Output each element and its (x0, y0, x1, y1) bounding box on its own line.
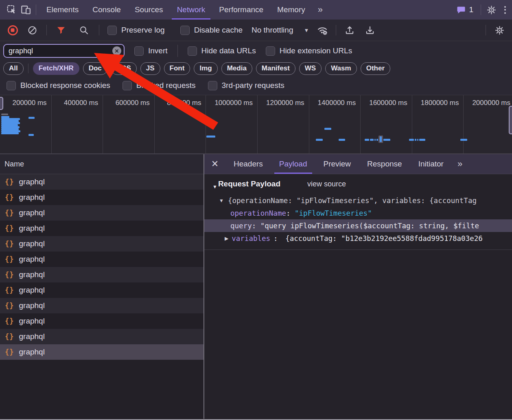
chip-all[interactable]: All (3, 62, 24, 75)
settings-button[interactable] (484, 3, 498, 17)
search-button[interactable] (77, 23, 91, 37)
details-tab-preview[interactable]: Preview (315, 154, 359, 174)
details-tab-initiator[interactable]: Initiator (410, 154, 452, 174)
name-column-header[interactable]: Name (0, 154, 203, 174)
chip-manifest[interactable]: Manifest (256, 62, 295, 75)
json-braces-icon: {} (5, 178, 14, 186)
request-timing-bar (365, 139, 369, 141)
record-network-log-button[interactable] (6, 23, 20, 37)
request-row[interactable]: {}graphql (0, 267, 203, 282)
details-tab-headers[interactable]: Headers (225, 154, 271, 174)
network-filter-row: ✕ Invert Hide data URLs Hide extension U… (0, 41, 512, 61)
details-tab-response[interactable]: Response (359, 154, 410, 174)
import-har-button[interactable] (343, 23, 357, 37)
more-detail-tabs-button[interactable]: » (452, 154, 467, 174)
chip-ws[interactable]: WS (299, 62, 322, 75)
inspect-element-button[interactable] (5, 3, 19, 17)
request-row[interactable]: {}graphql (0, 190, 203, 205)
hide-extension-urls-toggle[interactable]: Hide extension URLs (266, 46, 352, 56)
preserve-log-toggle[interactable]: Preserve log (107, 26, 165, 35)
chip-css[interactable]: CSS (111, 62, 137, 75)
collapse-triangle-icon[interactable]: ▼ (212, 184, 217, 190)
payload-root-node[interactable]: ▼ {operationName: "ipFlowTimeseries", va… (204, 194, 512, 207)
request-row[interactable]: {}graphql (0, 221, 203, 236)
chevron-down-icon: ▼ (304, 27, 309, 33)
request-name: graphql (19, 177, 44, 186)
blocked-requests-toggle[interactable]: Blocked requests (123, 81, 196, 90)
json-braces-icon: {} (5, 271, 14, 279)
issues-button[interactable]: 1 (452, 0, 477, 20)
blocked-response-cookies-toggle[interactable]: Blocked response cookies (7, 81, 110, 90)
request-row[interactable]: {}graphql (0, 236, 203, 252)
filter-input[interactable] (3, 44, 125, 58)
request-timing-bar (324, 128, 331, 130)
separator (481, 4, 481, 15)
tab-memory[interactable]: Memory (270, 0, 312, 20)
details-tab-payload[interactable]: Payload (271, 154, 315, 174)
preserve-log-checkbox (107, 26, 117, 35)
payload-property-query[interactable]: query: "query ipFlowTimeseries($accountT… (204, 219, 512, 232)
device-toolbar-button[interactable] (19, 3, 33, 17)
tab-performance[interactable]: Performance (212, 0, 270, 20)
request-list: {}graphql{}graphql{}graphql{}graphql{}gr… (0, 174, 203, 360)
timeline-tick: 1400000 ms (309, 95, 361, 153)
chip-img[interactable]: Img (194, 62, 217, 75)
request-row[interactable]: {}graphql (0, 252, 203, 267)
tab-console[interactable]: Console (85, 0, 128, 20)
chip-other[interactable]: Other (361, 62, 390, 75)
tab-sources[interactable]: Sources (128, 0, 170, 20)
blocked-response-cookies-checkbox[interactable] (7, 81, 16, 90)
request-row[interactable]: {}graphql (0, 174, 203, 190)
chip-font[interactable]: Font (164, 62, 190, 75)
invert-filter-toggle[interactable]: Invert (134, 46, 168, 56)
clear-filter-icon[interactable]: ✕ (112, 46, 121, 55)
request-row[interactable]: {}graphql (0, 298, 203, 313)
request-row[interactable]: {}graphql (0, 313, 203, 329)
blocked-requests-checkbox[interactable] (123, 81, 132, 90)
chip-js[interactable]: JS (140, 62, 160, 75)
overview-left-grip[interactable] (0, 97, 3, 110)
json-braces-icon: {} (5, 255, 14, 263)
payload-property-variables[interactable]: ▶variables: {accountTag: "b12e3b2192ee55… (204, 232, 512, 245)
request-timing-bar (415, 139, 416, 141)
filter-button[interactable] (54, 23, 68, 37)
hide-data-urls-toggle[interactable]: Hide data URLs (188, 46, 256, 56)
3rd-party-requests-checkbox[interactable] (208, 81, 217, 90)
request-row[interactable]: {}graphql (0, 205, 203, 221)
request-name: graphql (19, 193, 44, 202)
network-settings-button[interactable] (492, 23, 506, 37)
chip-media[interactable]: Media (221, 62, 252, 75)
timeline-tick: 1200000 ms (258, 95, 309, 153)
request-timing-bar (383, 139, 390, 141)
expand-triangle-icon[interactable]: ▶ (225, 236, 228, 241)
request-row[interactable]: {}graphql (0, 344, 203, 360)
3rd-party-requests-toggle[interactable]: 3rd-party requests (208, 81, 284, 90)
chip-doc[interactable]: Doc (83, 62, 107, 75)
more-options-button[interactable] (498, 3, 512, 17)
overview-right-grip[interactable] (509, 106, 512, 134)
request-row[interactable]: {}graphql (0, 329, 203, 344)
request-row[interactable]: {}graphql (0, 282, 203, 298)
disable-cache-toggle[interactable]: Disable cache (180, 26, 243, 35)
close-details-button[interactable]: ✕ (204, 154, 225, 174)
chip-wasm[interactable]: Wasm (325, 62, 357, 75)
details-tab-bar: ✕ HeadersPayloadPreviewResponseInitiator… (204, 154, 512, 174)
property-key: query (230, 222, 252, 230)
view-source-link[interactable]: view source (307, 180, 346, 188)
tab-elements[interactable]: Elements (39, 0, 85, 20)
expand-triangle-icon[interactable]: ▼ (219, 198, 224, 203)
clear-network-log-button[interactable] (25, 23, 39, 37)
tab-network[interactable]: Network (170, 0, 212, 20)
request-name: graphql (19, 317, 44, 326)
export-har-button[interactable] (363, 23, 377, 37)
chip-fetch-xhr[interactable]: Fetch/XHR (33, 62, 79, 75)
request-timing-bar (376, 139, 378, 141)
more-panels-button[interactable]: » (312, 0, 328, 20)
network-conditions-button[interactable] (315, 23, 329, 37)
network-toolbar: Preserve log Disable cache No throttling… (0, 20, 512, 41)
payload-property-operationname[interactable]: operationName: "ipFlowTimeseries" (204, 207, 512, 219)
throttling-select[interactable]: No throttling ▼ (252, 26, 309, 35)
separator (36, 4, 36, 15)
network-overview-timeline[interactable]: 200000 ms400000 ms600000 ms800000 ms1000… (0, 95, 512, 154)
json-braces-icon: {} (5, 224, 14, 232)
